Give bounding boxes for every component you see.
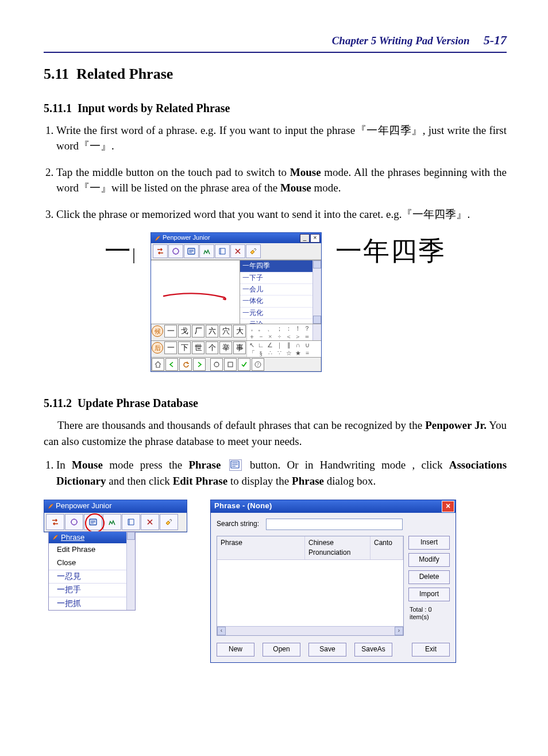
window-titlebar: Penpower Junior bbox=[44, 500, 187, 513]
delete-button[interactable]: Delete bbox=[408, 570, 450, 584]
phrase-icon[interactable] bbox=[184, 244, 199, 258]
swap-icon[interactable] bbox=[46, 514, 64, 530]
step-3: Click the phrase or memorized word that … bbox=[56, 206, 507, 222]
candidate-char[interactable]: 事 bbox=[233, 341, 246, 354]
phrase-item[interactable]: 一下子 bbox=[240, 273, 321, 284]
handwriting-icon[interactable] bbox=[103, 514, 121, 530]
window-title: Penpower Junior bbox=[152, 233, 210, 243]
swap-icon[interactable] bbox=[153, 244, 168, 258]
search-input[interactable] bbox=[266, 519, 403, 530]
output-after-phrase: 一年四季 bbox=[335, 232, 446, 271]
steps-list-2: In Mouse mode press the Phrase button. O… bbox=[44, 457, 507, 489]
col-canto[interactable]: Canto bbox=[371, 536, 403, 560]
step-1: Write the first word of a phrase. e.g. I… bbox=[56, 122, 507, 154]
settings-icon[interactable] bbox=[168, 244, 183, 258]
phrase-scrollbar[interactable] bbox=[312, 260, 321, 324]
search-label: Search string: bbox=[217, 519, 259, 529]
phrase-icon[interactable] bbox=[84, 514, 102, 530]
candidate-char[interactable]: 一 bbox=[164, 325, 177, 337]
svg-point-7 bbox=[71, 519, 77, 525]
ink-pane[interactable] bbox=[151, 260, 240, 324]
saveas-button[interactable]: SaveAs bbox=[354, 643, 392, 657]
next-icon[interactable] bbox=[193, 358, 206, 371]
candidate-lead-icon[interactable]: 候 bbox=[152, 325, 163, 337]
feather-icon bbox=[52, 534, 59, 540]
penpower-window-2: Penpower Junior bbox=[44, 500, 187, 532]
penpower-window-2-group: Penpower Junior Phrase bbox=[44, 500, 187, 611]
figure-2: Penpower Junior Phrase bbox=[44, 500, 507, 663]
page-number: 5-17 bbox=[484, 31, 507, 49]
candidate-char[interactable]: 六 bbox=[206, 325, 218, 337]
candidate-char[interactable]: 个 bbox=[206, 341, 218, 354]
total-label: Total : 0 item(s) bbox=[408, 605, 450, 622]
candidate-char[interactable]: 一 bbox=[164, 341, 177, 354]
svg-text:?: ? bbox=[257, 362, 259, 367]
import-button[interactable]: Import bbox=[408, 588, 450, 601]
undo-icon[interactable] bbox=[179, 358, 192, 371]
input-before-char: 一| bbox=[105, 232, 137, 271]
phrase-item[interactable]: 一元论 bbox=[240, 319, 321, 324]
settings-icon[interactable] bbox=[65, 514, 83, 530]
candidate-char[interactable]: 厂 bbox=[192, 325, 204, 337]
symbol-grid-2: ↖∟∠｜∥∩∪ 「§∴∵☆★≡ bbox=[246, 341, 321, 357]
writing-area-row: 一年四季 一下子 一会儿 一体化 一元化 一元论 bbox=[151, 260, 321, 324]
phrase-item[interactable]: 一元化 bbox=[240, 308, 321, 319]
candidate-char[interactable]: 大 bbox=[233, 325, 246, 337]
home-icon[interactable] bbox=[152, 358, 164, 371]
dialog-title: Phrase - (None) bbox=[212, 501, 272, 512]
candidate-char[interactable]: 下 bbox=[178, 341, 191, 354]
dict-icon[interactable] bbox=[215, 244, 230, 258]
candidate-lead-icon[interactable]: 后 bbox=[152, 342, 163, 354]
steps-list-1: Write the first word of a phrase. e.g. I… bbox=[44, 122, 507, 222]
candidate-char[interactable]: 世 bbox=[192, 341, 204, 354]
dialog-close-button[interactable]: × bbox=[442, 501, 454, 512]
tools-icon[interactable] bbox=[246, 244, 261, 258]
delete-icon[interactable] bbox=[141, 514, 159, 530]
col-phrase[interactable]: Phrase bbox=[217, 536, 305, 560]
candidate-row-2: 后 一 下 世 个 举 事 ↖∟∠｜∥∩∪ 「§∴∵☆★≡ bbox=[151, 340, 321, 357]
menu-zh-item[interactable]: 一忍見 bbox=[49, 570, 135, 583]
insert-button[interactable]: Insert bbox=[408, 536, 450, 550]
new-button[interactable]: New bbox=[217, 643, 254, 657]
minimize-button[interactable]: _ bbox=[300, 234, 310, 243]
clear-icon[interactable] bbox=[224, 358, 237, 371]
scroll-left-icon[interactable]: ‹ bbox=[217, 627, 226, 635]
col-pronunciation[interactable]: Chinese Pronunciation bbox=[305, 536, 371, 560]
tools-icon[interactable] bbox=[160, 514, 178, 530]
prev-icon[interactable] bbox=[165, 358, 178, 371]
menu-zh-item[interactable]: 一把手 bbox=[49, 583, 135, 596]
phrase-dialog: Phrase - (None) × Search string: Phrase … bbox=[210, 500, 456, 663]
section-name: Related Phrase bbox=[76, 66, 173, 82]
symbol-scrollbar[interactable] bbox=[312, 324, 321, 340]
handwriting-icon[interactable] bbox=[199, 244, 214, 258]
help-icon[interactable]: ? bbox=[252, 358, 264, 371]
menu-item-edit-phrase[interactable]: Edit Phrase bbox=[49, 543, 135, 557]
menu-scrollbar[interactable] bbox=[126, 532, 135, 610]
close-button[interactable]: × bbox=[310, 234, 320, 243]
menu-zh-item[interactable]: 一把抓 bbox=[49, 597, 135, 610]
candidate-char[interactable]: 穴 bbox=[219, 325, 232, 337]
candidate-char[interactable]: 戈 bbox=[178, 325, 191, 337]
phrase-item[interactable]: 一体化 bbox=[240, 296, 321, 307]
delete-icon[interactable] bbox=[230, 244, 245, 258]
phrase-table: Phrase Chinese Pronunciation Canto ‹ › bbox=[217, 536, 404, 636]
scroll-right-icon[interactable]: › bbox=[395, 627, 403, 635]
menu-item-close[interactable]: Close bbox=[49, 557, 135, 570]
dict-icon[interactable] bbox=[122, 514, 140, 530]
circle-icon[interactable] bbox=[210, 358, 223, 371]
open-button[interactable]: Open bbox=[263, 643, 300, 657]
candidate-char[interactable]: 举 bbox=[219, 341, 232, 354]
ok-icon[interactable] bbox=[238, 358, 250, 371]
phrase-item[interactable]: 一会儿 bbox=[240, 284, 321, 296]
step-2-1: In Mouse mode press the Phrase button. O… bbox=[56, 457, 507, 489]
toolbar bbox=[44, 513, 187, 532]
search-row: Search string: bbox=[217, 519, 450, 530]
table-hscrollbar[interactable]: ‹ › bbox=[217, 626, 403, 635]
step-2: Tap the middle button on the touch pad t… bbox=[56, 164, 507, 196]
exit-button[interactable]: Exit bbox=[412, 643, 450, 657]
subsection-title-1: 5.11.1 Input words by Related Phrase bbox=[44, 100, 507, 117]
subsection-title-2: 5.11.2 Update Phrase Database bbox=[44, 395, 507, 412]
phrase-item[interactable]: 一年四季 bbox=[240, 260, 321, 272]
save-button[interactable]: Save bbox=[308, 643, 346, 657]
modify-button[interactable]: Modify bbox=[408, 553, 450, 567]
